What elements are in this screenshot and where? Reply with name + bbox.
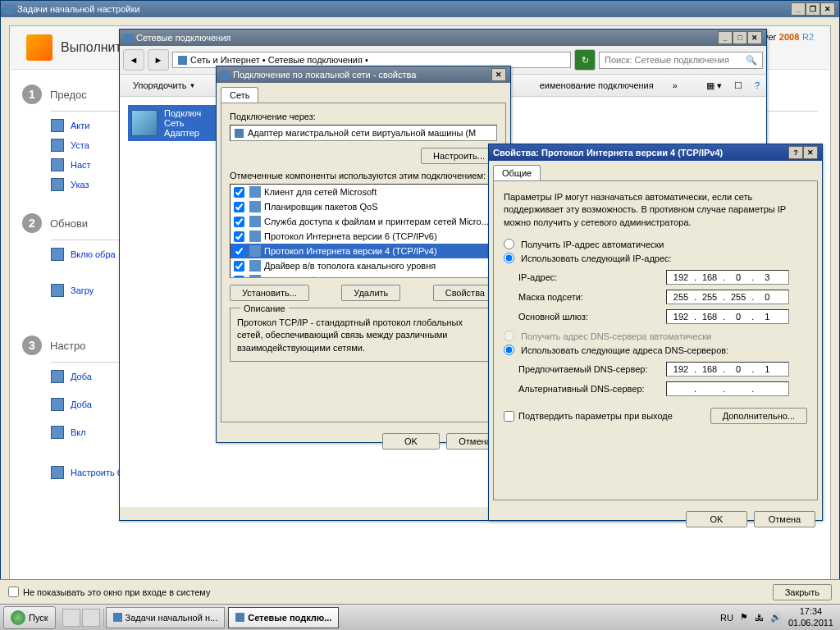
close-button[interactable]: ✕	[820, 2, 835, 16]
tray-network-icon[interactable]: 🖧	[755, 613, 764, 623]
network-icon	[235, 613, 244, 622]
netconn-title: Сетевые подключения	[136, 33, 231, 43]
lan-properties-dialog: Подключение по локальной сети - свойства…	[216, 66, 511, 443]
info-text: Параметры IP могут назначаться автоматич…	[504, 191, 807, 229]
dont-show-checkbox[interactable]	[8, 587, 19, 597]
close-main-button[interactable]: Закрыть	[773, 584, 832, 600]
dns1-label: Предпочитаемый DNS-сервер:	[518, 364, 666, 374]
radio-auto-dns: Получить адрес DNS-сервера автоматически	[504, 331, 807, 341]
network-icon	[124, 34, 133, 43]
confirm-on-exit-checkbox[interactable]	[504, 411, 514, 422]
back-button[interactable]: ◄	[123, 49, 144, 71]
ok-button[interactable]: OK	[686, 511, 747, 527]
computer-icon	[51, 178, 64, 191]
ipv4-title: Свойства: Протокол Интернета версии 4 (T…	[493, 148, 723, 158]
component-ipv4-selected: Протокол Интернета версии 4 (TCP/IPv4)	[231, 244, 496, 258]
advanced-button[interactable]: Дополнительно...	[710, 408, 807, 424]
dns2-input[interactable]: . . .	[666, 381, 789, 396]
search-box[interactable]: 🔍	[599, 52, 763, 69]
tray-flag-icon[interactable]: ⚑	[740, 612, 748, 623]
maximize-button[interactable]: □	[733, 31, 747, 44]
adapter-icon	[235, 129, 244, 138]
main-titlebar: Задачи начальной настройки _ ❐ ✕	[1, 1, 839, 17]
cancel-button[interactable]: Отмена	[754, 511, 815, 527]
view-icons-button[interactable]: ▦ ▾	[706, 80, 722, 91]
forward-button[interactable]: ►	[148, 49, 169, 71]
quick-launch	[59, 609, 104, 627]
task-link[interactable]: Доба	[71, 399, 92, 409]
search-icon[interactable]: 🔍	[746, 55, 757, 66]
section-number: 1	[22, 84, 42, 104]
arrange-button[interactable]: Упорядочить ▼	[126, 78, 202, 93]
configure-button[interactable]: Настроить...	[421, 148, 497, 164]
tray-clock[interactable]: 17:34 01.06.2011	[788, 606, 833, 628]
gateway-input[interactable]: . . .	[666, 309, 789, 324]
connect-via-label: Подключение через:	[230, 112, 497, 121]
task-link[interactable]: Указ	[71, 180, 89, 189]
ok-button[interactable]: OK	[382, 433, 440, 450]
taskbar-item-initial-config[interactable]: Задачи начальной н...	[106, 607, 226, 628]
dns1-input[interactable]: . . .	[666, 362, 789, 377]
protocol-icon	[249, 231, 261, 242]
windows-orb-icon	[11, 610, 25, 625]
tab-general[interactable]: Общие	[493, 165, 541, 180]
rename-button[interactable]: еименование подключения	[533, 78, 660, 93]
task-link[interactable]: Вкл	[71, 427, 86, 437]
minimize-button[interactable]: _	[791, 2, 806, 16]
calendar-icon	[51, 139, 64, 152]
help-button[interactable]: ?	[755, 80, 760, 90]
tab-content: Подключение через: Адаптер магистральной…	[221, 103, 506, 422]
radio-manual-dns[interactable]: Использовать следующие адреса DNS-сервер…	[504, 345, 807, 355]
language-indicator[interactable]: RU	[720, 613, 733, 623]
remove-button[interactable]: Удалить	[341, 285, 400, 301]
tray-sound-icon[interactable]: 🔊	[770, 612, 782, 623]
qos-icon	[249, 201, 261, 212]
bottom-bar: Не показывать это окно при входе в систе…	[0, 579, 840, 604]
search-input[interactable]	[605, 55, 746, 65]
confirm-label: Подтвердить параметры при выходе	[518, 411, 673, 421]
task-link[interactable]: Уста	[71, 140, 89, 150]
protocol-icon	[249, 245, 261, 257]
ipv4-content: Параметры IP могут назначаться автоматич…	[493, 180, 818, 500]
gateway-label: Основной шлюз:	[518, 312, 666, 322]
description-fieldset: Описание Протокол TCP/IP - стандартный п…	[230, 308, 497, 362]
subnet-mask-input[interactable]: . . .	[666, 290, 789, 304]
task-link[interactable]: Акти	[71, 121, 89, 130]
explorer-icon[interactable]	[82, 609, 100, 627]
task-link[interactable]: Доба	[71, 372, 92, 381]
component-list[interactable]: Клиент для сетей Microsoft Планировщик п…	[230, 184, 497, 278]
client-icon	[249, 186, 261, 198]
subnet-mask-label: Маска подсети:	[518, 292, 666, 302]
key-icon	[51, 119, 64, 132]
dont-show-label: Не показывать это окно при входе в систе…	[23, 587, 210, 597]
server-add-icon	[51, 398, 64, 411]
network-icon	[51, 158, 64, 171]
task-link[interactable]: Вклю обра	[71, 249, 116, 259]
network-icon	[221, 71, 230, 80]
minimize-button[interactable]: _	[718, 31, 733, 44]
task-link[interactable]: Загру	[71, 285, 94, 295]
help-button[interactable]: ?	[788, 146, 803, 159]
close-button[interactable]: ✕	[491, 68, 506, 81]
preview-button[interactable]: ☐	[734, 80, 742, 91]
components-label: Отмеченные компоненты используются этим …	[230, 171, 497, 180]
maximize-button[interactable]: ❐	[806, 2, 820, 16]
system-tray: RU ⚑ 🖧 🔊 17:34 01.06.2011	[720, 606, 840, 628]
connection-item[interactable]: Подключ Сеть Адаптер	[128, 105, 218, 141]
tools-icon	[113, 613, 122, 622]
close-button[interactable]: ✕	[803, 146, 818, 159]
task-link[interactable]: Наст	[71, 160, 91, 170]
radio-manual-ip[interactable]: Использовать следующий IP-адрес:	[504, 253, 807, 263]
ip-address-input[interactable]: . . .	[666, 270, 789, 285]
more-button[interactable]: »	[673, 80, 678, 90]
close-button[interactable]: ✕	[747, 31, 762, 44]
refresh-button[interactable]: ↻	[574, 49, 596, 71]
main-title: Задачи начальной настройки	[17, 4, 139, 14]
taskbar-item-network[interactable]: Сетевые подклю...	[228, 607, 339, 628]
start-button[interactable]: Пуск	[3, 606, 56, 629]
server-manager-icon[interactable]	[62, 609, 80, 627]
radio-auto-ip[interactable]: Получить IP-адрес автоматически	[504, 239, 807, 249]
props-title: Подключение по локальной сети - свойства	[233, 70, 416, 80]
install-button[interactable]: Установить...	[230, 285, 309, 301]
tab-network[interactable]: Сеть	[221, 87, 258, 103]
